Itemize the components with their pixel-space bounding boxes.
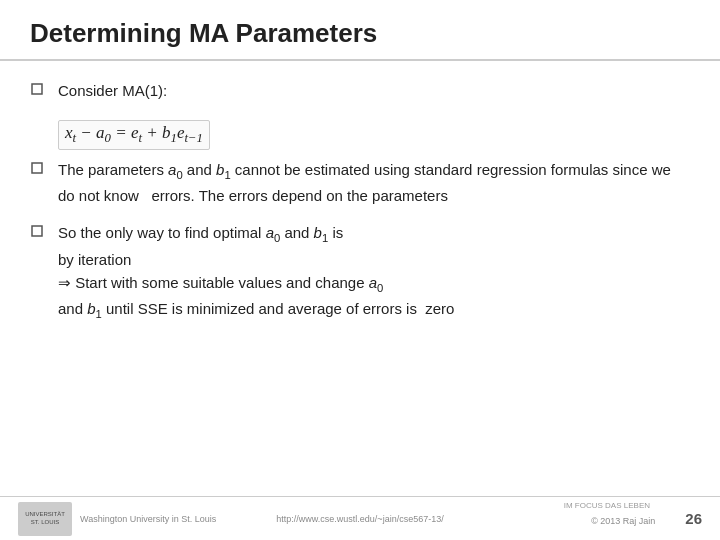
bullet-icon-2 [30, 161, 48, 179]
svg-rect-2 [32, 226, 42, 236]
bullet-1-text: Consider MA(1): [58, 79, 167, 102]
footer-brand: IM FOCUS DAS LEBEN [564, 501, 650, 511]
bullet-icon-3 [30, 224, 48, 242]
bullet-2-text: The parameters a0 and b1 cannot be estim… [58, 158, 690, 208]
bullet-icon-1 [30, 82, 48, 100]
slide-title: Determining MA Parameters [30, 18, 690, 49]
page-number: 26 [685, 510, 702, 527]
footer-university: Washington University in St. Louis [80, 514, 216, 524]
footer-brand-text: IM FOCUS DAS LEBEN [564, 501, 650, 510]
university-logo: UNIVERSITÄTST. LOUIS [18, 502, 72, 536]
footer-url: http://www.cse.wustl.edu/~jain/cse567-13… [276, 514, 443, 524]
slide: Determining MA Parameters Consider MA(1)… [0, 0, 720, 540]
list-item: The parameters a0 and b1 cannot be estim… [30, 158, 690, 208]
list-item: Consider MA(1): [30, 79, 690, 102]
footer-copyright: © 2013 Raj Jain 26 [591, 510, 702, 527]
formula-display: xt − a0 = et + b1et−1 [58, 120, 210, 149]
slide-footer: UNIVERSITÄTST. LOUIS Washington Universi… [0, 496, 720, 540]
slide-header: Determining MA Parameters [0, 0, 720, 61]
slide-content: Consider MA(1): xt − a0 = et + b1et−1 Th… [0, 61, 720, 496]
formula-block: xt − a0 = et + b1et−1 [58, 120, 690, 149]
list-item: So the only way to find optimal a0 and b… [30, 221, 690, 324]
bullet-3-text: So the only way to find optimal a0 and b… [58, 221, 454, 324]
svg-rect-1 [32, 163, 42, 173]
svg-rect-0 [32, 84, 42, 94]
